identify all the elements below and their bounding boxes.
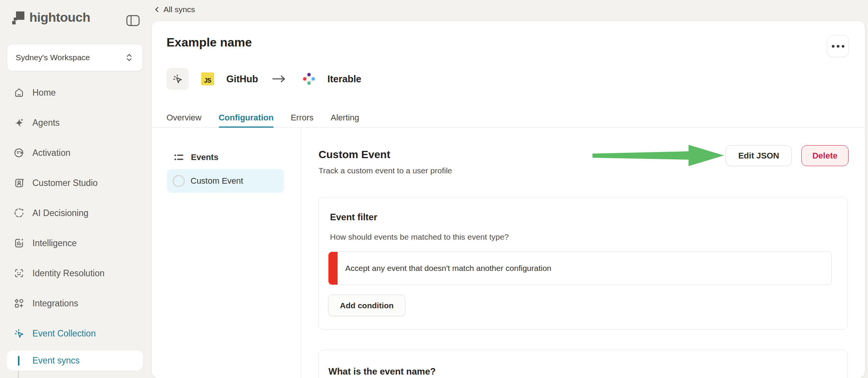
- subnav-tree-line: [18, 371, 19, 378]
- sidebar-item-ai-decisioning[interactable]: AI Decisioning: [0, 203, 152, 223]
- tab-alerting[interactable]: Alerting: [331, 108, 359, 127]
- activation-icon: [13, 147, 25, 159]
- sync-detail-card: Example name JS GitHub Iterable: [152, 21, 865, 378]
- event-name-title: What is the event name?: [328, 366, 436, 377]
- home-icon: [13, 87, 25, 98]
- configuration-panel: Custom Event Track a custom event to a u…: [301, 128, 865, 378]
- integrations-icon: [13, 298, 25, 309]
- tabs-bar: Overview Configuration Errors Alerting: [152, 108, 865, 128]
- sidebar-item-intelligence[interactable]: Intelligence: [0, 233, 152, 253]
- active-indicator-bar: [18, 356, 19, 366]
- event-filter-title: Event filter: [330, 212, 377, 223]
- annotation-arrow: [593, 142, 724, 169]
- event-item-label: Custom Event: [191, 176, 243, 186]
- sidebar-nav: Home Agents Activation: [0, 82, 152, 353]
- chevron-left-icon: [154, 6, 160, 13]
- event-source-badge: [167, 68, 189, 90]
- sidebar: hightouch Sydney's Workspace Home Agents: [0, 0, 152, 378]
- logo-text: hightouch: [29, 10, 90, 25]
- event-collection-icon: [13, 328, 25, 339]
- javascript-icon: JS: [201, 72, 214, 85]
- sidebar-item-home[interactable]: Home: [0, 82, 152, 103]
- cursor-click-icon: [172, 73, 183, 85]
- sidebar-item-agents[interactable]: Agents: [0, 112, 152, 133]
- event-item-custom-event[interactable]: Custom Event: [167, 169, 284, 193]
- ai-decisioning-icon: [13, 207, 25, 219]
- customer-studio-icon: [13, 177, 25, 189]
- sidebar-item-event-syncs[interactable]: Event syncs: [7, 351, 143, 371]
- chevron-updown-icon: [125, 53, 133, 62]
- workspace-name: Sydney's Workspace: [16, 53, 90, 62]
- delete-button[interactable]: Delete: [801, 145, 849, 166]
- workspace-selector[interactable]: Sydney's Workspace: [7, 44, 143, 71]
- fallback-rule-row[interactable]: Accept any event that doesn't match anot…: [328, 251, 832, 285]
- iterable-icon: [302, 72, 316, 86]
- source-name: GitHub: [226, 74, 258, 85]
- section-title: Custom Event: [319, 149, 390, 161]
- identity-resolution-icon: [13, 267, 25, 279]
- sidebar-item-event-collection[interactable]: Event Collection: [0, 323, 152, 344]
- arrow-right-icon: [272, 75, 286, 83]
- breadcrumb-all-syncs[interactable]: All syncs: [154, 3, 195, 16]
- rule-color-bar: [328, 252, 338, 285]
- sidebar-item-activation[interactable]: Activation: [0, 143, 152, 163]
- section-subtitle: Track a custom event to a user profile: [319, 166, 452, 175]
- ellipsis-icon: [832, 45, 834, 48]
- event-filter-card: Event filter How should events be matche…: [318, 197, 848, 330]
- add-condition-button[interactable]: Add condition: [328, 295, 405, 316]
- hightouch-logo-icon: [11, 11, 25, 24]
- radio-circle-icon: [173, 175, 185, 187]
- sidebar-item-label: Event syncs: [32, 356, 80, 366]
- list-icon: [173, 152, 184, 163]
- events-panel: Events Custom Event: [152, 128, 301, 378]
- tab-configuration[interactable]: Configuration: [219, 108, 274, 127]
- page-title: Example name: [167, 35, 252, 50]
- tab-overview[interactable]: Overview: [167, 108, 202, 127]
- edit-json-button[interactable]: Edit JSON: [725, 145, 792, 166]
- sidebar-item-integrations[interactable]: Integrations: [0, 293, 152, 314]
- event-name-card: What is the event name?: [318, 350, 848, 378]
- hightouch-logo: hightouch: [11, 10, 90, 25]
- event-filter-question: How should events be matched to this eve…: [330, 232, 509, 242]
- pipeline-summary: JS GitHub Iterable: [167, 68, 361, 90]
- tab-errors[interactable]: Errors: [291, 108, 314, 127]
- fallback-rule-text: Accept any event that doesn't match anot…: [345, 264, 551, 273]
- more-options-button[interactable]: [827, 35, 849, 57]
- events-panel-title: Events: [191, 152, 218, 162]
- sidebar-item-customer-studio[interactable]: Customer Studio: [0, 173, 152, 193]
- destination-name: Iterable: [327, 74, 361, 85]
- agents-icon: [13, 117, 25, 128]
- events-panel-header: Events: [173, 152, 218, 163]
- intelligence-icon: [13, 237, 25, 249]
- sidebar-item-identity-resolution[interactable]: Identity Resolution: [0, 263, 152, 284]
- sidebar-collapse-icon[interactable]: [126, 14, 140, 27]
